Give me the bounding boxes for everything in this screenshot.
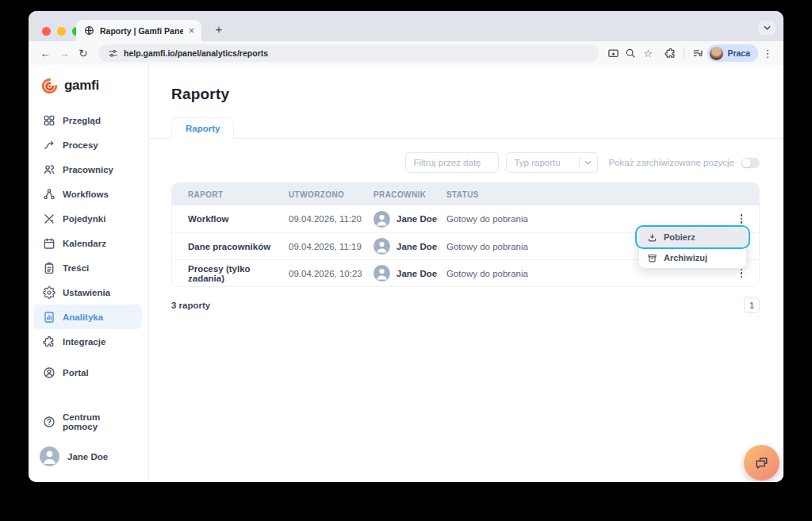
sidebar-item-label: Przegląd (63, 116, 101, 125)
sidebar-item-label: Pracownicy (63, 165, 113, 174)
sidebar-item-label: Kalendarz (63, 239, 106, 248)
gamfi-app: gamfi Przegląd Procesy Pracownicy Work (29, 65, 783, 482)
employee-avatar (373, 211, 390, 228)
gamfi-logo-icon (40, 77, 59, 95)
column-header: PRACOWNIK (373, 190, 446, 199)
table-footer: 3 raporty 1 (171, 297, 760, 313)
tab-favicon-globe-icon (83, 25, 94, 36)
profile-label: Praca (727, 48, 750, 58)
tab-close-icon[interactable]: × (189, 26, 194, 36)
sidebar-item-tresci[interactable]: Treści (33, 255, 142, 280)
sidebar-item-help-center[interactable]: Centrum pomocy (33, 409, 142, 434)
settings-icon (43, 286, 56, 299)
sidebar-item-label: Centrum pomocy (63, 412, 136, 431)
employees-icon (43, 163, 56, 176)
filters-row: Typ raportu Pokaż zarchiwizowane pozycje (171, 152, 760, 173)
bookmark-star-icon[interactable]: ☆ (640, 45, 656, 61)
dashboard-icon (43, 114, 56, 127)
sidebar-item-label: Procesy (63, 140, 98, 150)
sidebar-user[interactable]: Jane Doe (29, 446, 148, 466)
employee-avatar (373, 265, 390, 282)
browser-window: Raporty | Gamfi Panel × + ← → ↻ help.gam… (29, 11, 783, 482)
select-divider (579, 157, 580, 168)
chevron-down-icon (584, 160, 592, 165)
sidebar-item-procesy[interactable]: Procesy (33, 132, 142, 157)
content-icon (43, 262, 56, 274)
window-controls (42, 27, 81, 36)
sidebar-item-label: Analityka (63, 312, 103, 322)
sidebar-item-label: Portal (63, 368, 89, 377)
download-icon (647, 232, 657, 243)
archived-toggle[interactable] (741, 158, 760, 168)
site-settings-icon[interactable] (107, 48, 118, 59)
forward-button[interactable]: → (56, 44, 73, 62)
extensions-puzzle-icon[interactable] (662, 45, 678, 61)
row-count: 3 raporty (171, 301, 210, 310)
row-context-menu: Pobierz Archiwizuj (639, 227, 746, 268)
browser-menu-kebab-icon[interactable]: ⋮ (760, 45, 776, 61)
browser-toolbar: ← → ↻ help.gamfi.io/panel/analytics/repo… (29, 41, 783, 65)
sidebar-item-label: Treści (63, 263, 89, 273)
sidebar-item-pojedynki[interactable]: Pojedynki (33, 206, 142, 231)
report-type-select[interactable]: Typ raportu (506, 152, 598, 173)
sidebar-item-przeglad[interactable]: Przegląd (33, 108, 142, 132)
page-title: Raporty (171, 86, 783, 103)
table-header-row: RAPORT UTWORZONO PRACOWNIK STATUS (172, 183, 759, 205)
tab-list-chevron-icon[interactable] (758, 21, 776, 35)
column-header: STATUS (446, 190, 724, 199)
workflows-icon (43, 188, 56, 201)
minimize-window-button[interactable] (57, 27, 66, 36)
pagination-page-1-button[interactable]: 1 (744, 297, 760, 313)
page-tabs: Raporty (149, 117, 783, 139)
report-type-value: Typ raportu (514, 158, 574, 167)
tab-raporty[interactable]: Raporty (171, 117, 234, 139)
sidebar-item-pracownicy[interactable]: Pracownicy (33, 157, 142, 182)
url-text: help.gamfi.io/panel/analytics/reports (124, 48, 268, 58)
user-name: Jane Doe (67, 452, 108, 462)
browser-profile-chip[interactable]: Praca (707, 44, 758, 62)
reports-table: RAPORT UTWORZONO PRACOWNIK STATUS Workfl… (171, 182, 760, 287)
date-filter-input[interactable] (405, 152, 499, 173)
new-tab-button[interactable]: + (211, 21, 227, 36)
browser-tab[interactable]: Raporty | Gamfi Panel × (76, 20, 201, 41)
user-avatar (40, 446, 59, 466)
duels-icon (43, 213, 56, 225)
sidebar-item-label: Pojedynki (63, 214, 105, 224)
side-panel-icon[interactable] (690, 45, 706, 61)
sidebar-nav: Przegląd Procesy Pracownicy Workflows Po… (29, 108, 148, 385)
archived-toggle-label: Pokaż zarchiwizowane pozycje (608, 158, 734, 167)
chat-widget-button[interactable] (744, 445, 779, 481)
column-header: UTWORZONO (289, 190, 373, 199)
sidebar-item-ustawienia[interactable]: Ustawienia (33, 280, 142, 305)
sidebar-item-portal[interactable]: Portal (33, 360, 142, 385)
employee-avatar (373, 238, 390, 255)
sidebar-item-integracje[interactable]: Integracje (33, 329, 142, 354)
reload-button[interactable]: ↻ (75, 44, 92, 62)
tab-title: Raporty | Gamfi Panel (100, 26, 183, 36)
address-bar[interactable]: help.gamfi.io/panel/analytics/reports (98, 44, 599, 62)
help-icon (43, 416, 56, 428)
sidebar-item-label: Ustawienia (63, 288, 110, 297)
sidebar-item-analityka[interactable]: Analityka (33, 305, 142, 329)
integrations-icon (43, 335, 56, 348)
close-window-button[interactable] (42, 27, 51, 36)
calendar-icon (43, 237, 56, 250)
cast-screen-icon[interactable] (605, 45, 621, 61)
sidebar-item-label: Workflows (63, 190, 109, 199)
context-menu-item-pobierz[interactable]: Pobierz (639, 227, 746, 247)
archive-icon (647, 253, 657, 263)
zoom-icon[interactable] (622, 45, 638, 61)
processes-icon (43, 139, 56, 151)
sidebar-item-kalendarz[interactable]: Kalendarz (33, 231, 142, 255)
sidebar-item-workflows[interactable]: Workflows (33, 182, 142, 206)
context-menu-item-archiwizuj[interactable]: Archiwizuj (639, 247, 746, 268)
sidebar-item-label: Integracje (63, 337, 105, 347)
logo[interactable]: gamfi (29, 65, 148, 106)
row-actions-kebab-icon[interactable] (737, 211, 746, 227)
sidebar: gamfi Przegląd Procesy Pracownicy Work (29, 65, 149, 482)
browser-tabstrip: Raporty | Gamfi Panel × + (29, 11, 783, 41)
back-button[interactable]: ← (36, 44, 54, 62)
toolbar-divider (684, 48, 684, 59)
sidebar-spacer (29, 385, 148, 409)
status-text: Gotowy do pobrania (446, 214, 724, 224)
